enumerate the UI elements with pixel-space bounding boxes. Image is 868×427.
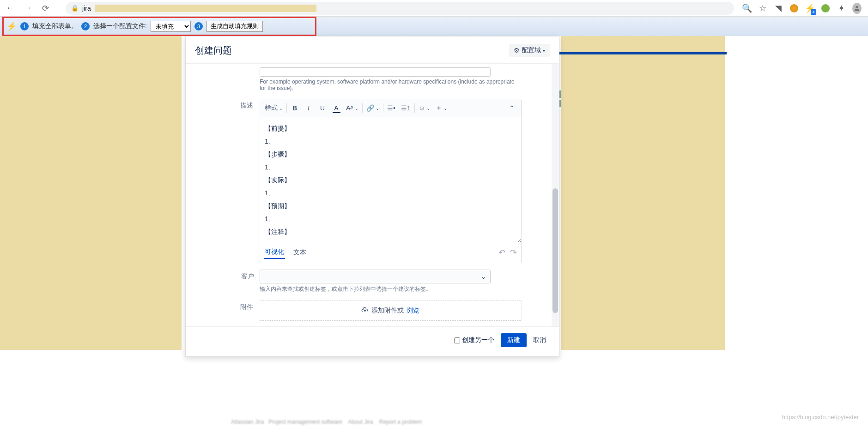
scroll-thumb[interactable] <box>552 188 558 313</box>
forward-button[interactable]: → <box>21 2 34 15</box>
description-row: 描述 样式 B I U A A̶ᵒ 🔗 <box>186 95 550 266</box>
create-button[interactable]: 新建 <box>501 333 527 347</box>
tab-visual[interactable]: 可视化 <box>264 246 285 259</box>
bolt-icon: ⚡ <box>6 21 17 31</box>
text-color-button[interactable]: A <box>330 102 342 114</box>
attachment-row: 附件 添加附件或 浏览 <box>186 297 550 325</box>
underline-button[interactable]: U <box>316 102 328 114</box>
configure-fields-button[interactable]: ⚙ 配置域 ▾ <box>509 44 550 57</box>
link-button[interactable]: 🔗 <box>364 102 381 114</box>
left-redact-block <box>0 36 182 350</box>
tab-text[interactable]: 文本 <box>292 247 307 259</box>
emoji-button[interactable]: ☺ <box>417 102 432 114</box>
expand-icon[interactable]: ⌃ <box>506 102 518 114</box>
modal-body: For example operating system, software p… <box>186 63 559 326</box>
green-dot-icon[interactable] <box>821 4 830 13</box>
url-redacted <box>95 5 316 12</box>
customer-row: 客户 ⌄ 输入内容来查找或创建标签，或点击下拉列表中选择一个建议的标签。 <box>186 266 550 297</box>
chevron-down-icon: ⌄ <box>481 273 486 280</box>
browser-toolbar: ← → ⟳ 🔒 jira 🔍 ☆ ◥ ⚡4 <box>0 0 868 17</box>
gear-icon: ⚙ <box>514 47 520 54</box>
create-another-checkbox[interactable]: 创建另一个 <box>454 336 494 344</box>
extensions-icon[interactable] <box>837 4 846 13</box>
cancel-button[interactable]: 取消 <box>533 336 546 344</box>
url-text: jira <box>82 5 91 12</box>
attachment-label: 附件 <box>186 301 259 321</box>
cloud-upload-icon <box>361 307 369 315</box>
environment-textarea[interactable] <box>260 67 491 77</box>
customer-select[interactable]: ⌄ <box>260 270 491 283</box>
more-format-button[interactable]: A̶ᵒ <box>344 102 360 114</box>
description-label: 描述 <box>186 99 259 262</box>
attachment-dropzone[interactable]: 添加附件或 浏览 <box>259 301 522 321</box>
autofill-extension-bar: ⚡ 1 填充全部表单。 2 选择一个配置文件: 未填充 3 生成自动填充规则 <box>0 17 868 36</box>
scrollbar[interactable] <box>552 64 559 326</box>
page-background: 创建问题 ⚙ 配置域 ▾ For example operating syste… <box>0 36 868 427</box>
address-bar[interactable]: 🔒 jira <box>66 2 734 15</box>
bookmark-icon[interactable]: ◥ <box>774 4 783 13</box>
generate-rules-button[interactable]: 生成自动填充规则 <box>206 21 263 32</box>
profile-select[interactable]: 未填充 <box>151 21 191 32</box>
step2-text: 选择一个配置文件: <box>93 22 147 30</box>
number-list-button[interactable]: ☰1 <box>399 102 413 114</box>
step1-badge: 1 <box>20 22 29 30</box>
lock-icon: 🔒 <box>71 5 79 12</box>
bullet-list-button[interactable]: ☰• <box>385 102 397 114</box>
jira-header-strip <box>556 52 727 54</box>
customer-help: 输入内容来查找或创建标签，或点击下拉列表中选择一个建议的标签。 <box>260 285 522 293</box>
step1-text: 填充全部表单。 <box>32 22 78 30</box>
label <box>186 67 260 91</box>
svg-point-0 <box>856 6 858 8</box>
environment-row: For example operating system, software p… <box>186 64 550 95</box>
description-textarea[interactable]: 【前提】1、【步骤】1、【实际】1、【预期】1、【注释】 <box>259 117 522 243</box>
bolt-extension-icon[interactable]: ⚡4 <box>805 4 814 13</box>
modal-title: 创建问题 <box>195 44 232 57</box>
rich-text-editor: 样式 B I U A A̶ᵒ 🔗 ☰• ☰1 <box>259 99 522 262</box>
right-redact-block <box>561 36 725 350</box>
create-issue-modal: 创建问题 ⚙ 配置域 ▾ For example operating syste… <box>185 36 559 357</box>
chevron-down-icon: ▾ <box>543 48 545 53</box>
step3-badge: 3 <box>194 22 203 30</box>
footer-text: Atlassian Jira Project management softwa… <box>231 419 422 425</box>
bold-button[interactable]: B <box>289 102 301 114</box>
cookie-icon[interactable] <box>789 4 799 13</box>
editor-toolbar: 样式 B I U A A̶ᵒ 🔗 ☰• ☰1 <box>259 99 522 117</box>
italic-button[interactable]: I <box>303 102 315 114</box>
insert-button[interactable]: ＋ <box>434 102 449 114</box>
editor-mode-tabs: 可视化 文本 ↶ ↷ <box>259 243 522 262</box>
browse-link[interactable]: 浏览 <box>407 307 419 315</box>
browser-actions: 🔍 ☆ ◥ ⚡4 <box>742 4 864 13</box>
undo-icon[interactable]: ↶ <box>498 247 505 258</box>
reload-button[interactable]: ⟳ <box>39 2 52 15</box>
modal-footer: 创建另一个 新建 取消 <box>186 326 559 356</box>
back-button[interactable]: ← <box>4 2 17 15</box>
star-icon[interactable]: ☆ <box>758 4 767 13</box>
profile-avatar[interactable] <box>852 4 862 13</box>
modal-header: 创建问题 ⚙ 配置域 ▾ <box>186 36 559 63</box>
checkbox[interactable] <box>454 337 460 343</box>
customer-label: 客户 <box>186 270 260 293</box>
redo-icon[interactable]: ↷ <box>510 247 517 258</box>
environment-help: For example operating system, software p… <box>260 78 522 91</box>
watermark: https://blog.csdn.net/pytester <box>782 414 859 421</box>
style-dropdown[interactable]: 样式 <box>263 102 285 114</box>
zoom-icon[interactable]: 🔍 <box>742 4 752 13</box>
step2-badge: 2 <box>81 22 90 30</box>
